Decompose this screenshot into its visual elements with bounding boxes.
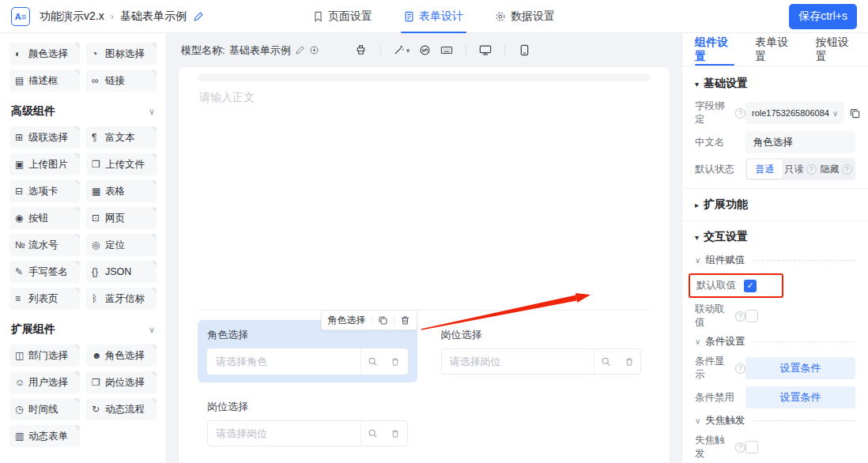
state-option-hidden[interactable]: 隐藏? — [818, 160, 854, 179]
linkage-value-checkbox[interactable] — [745, 310, 758, 322]
component-item-upload-image[interactable]: ▣上传图片 — [9, 153, 80, 175]
app-logo-icon[interactable]: A≡ — [11, 7, 30, 26]
group-header-extension[interactable]: 扩展组件 ∨ — [11, 322, 155, 337]
set-condition-disable-button[interactable]: 设置条件 — [745, 386, 855, 408]
component-item-dynamic-flow[interactable]: ↻动态流程 — [86, 398, 157, 420]
clear-value-icon[interactable] — [384, 349, 407, 374]
bookmark-icon — [313, 11, 323, 22]
search-icon[interactable] — [361, 421, 384, 446]
keyboard-icon[interactable] — [436, 40, 457, 61]
component-item-table[interactable]: ▦表格 — [86, 180, 157, 202]
model-name-row: 模型名称: 基础表单示例 — [181, 43, 319, 58]
tab-label: 表单设计 — [419, 9, 463, 24]
data-settings-icon — [495, 11, 506, 22]
drag-corner — [74, 234, 80, 239]
set-condition-show-button[interactable]: 设置条件 — [745, 357, 855, 379]
component-item-description[interactable]: ▤描述框 — [9, 70, 80, 92]
state-option-normal[interactable]: 普通 — [747, 160, 783, 179]
component-item-user[interactable]: ☺用户选择 — [9, 371, 80, 393]
mobile-preview-icon[interactable] — [514, 40, 534, 61]
subsection-blur-trigger[interactable]: ∨ 失焦触发 — [695, 413, 855, 427]
component-item-link[interactable]: ∞链接 — [86, 70, 157, 92]
tab-data-settings[interactable]: 数据设置 — [495, 0, 555, 33]
component-item-serial[interactable]: №流水号 — [9, 234, 80, 256]
help-icon[interactable]: ? — [806, 164, 817, 175]
component-item-upload-file[interactable]: ❐上传文件 — [86, 153, 157, 175]
copy-icon[interactable] — [378, 315, 388, 326]
subsection-condition[interactable]: ∨ 条件设置 — [695, 334, 855, 348]
component-label: 角色选择 — [105, 349, 145, 363]
position-select-input[interactable]: 请选择岗位 — [207, 420, 408, 446]
edit-title-icon[interactable] — [193, 11, 204, 22]
component-item-webpage[interactable]: ⊡网页 — [86, 207, 157, 229]
drag-corner — [151, 180, 157, 186]
save-button[interactable]: 保存ctrl+s — [789, 4, 857, 29]
component-item-icon-select[interactable]: ◔图标选择 — [86, 43, 157, 65]
component-item-tab-card[interactable]: ⊟选项卡 — [9, 180, 80, 202]
field-role-select[interactable]: 角色选择 角色选择 请选择角色 — [198, 320, 417, 382]
component-item-cascade[interactable]: ⊞级联选择 — [9, 126, 80, 149]
wand-icon[interactable]: ▾ — [390, 40, 413, 61]
tab-form-settings[interactable]: 表单设置 — [755, 33, 794, 66]
component-item-color-select[interactable]: ◐颜色选择 — [9, 43, 80, 65]
search-icon[interactable] — [361, 349, 384, 374]
model-settings-icon[interactable] — [309, 45, 319, 55]
component-item-list-page[interactable]: ≡列表页 — [9, 288, 80, 310]
component-item-role[interactable]: ☻角色选择 — [86, 344, 157, 367]
clear-value-icon[interactable] — [617, 349, 640, 374]
role-select-input[interactable]: 请选择角色 — [207, 348, 408, 375]
help-icon[interactable]: ? — [842, 164, 852, 175]
component-label: 动态表单 — [28, 430, 68, 443]
edit-model-name-icon[interactable] — [295, 45, 305, 55]
component-label: 图标选择 — [105, 47, 145, 61]
help-icon[interactable]: ? — [735, 108, 745, 119]
tab-form-design[interactable]: 表单设计 — [404, 0, 463, 33]
component-item-location[interactable]: ◎定位 — [86, 234, 157, 256]
field-position-select-2[interactable]: 岗位选择 请选择岗位 — [198, 392, 417, 454]
group-header-advanced[interactable]: 高级组件 ∨ — [11, 104, 155, 119]
desktop-preview-icon[interactable] — [475, 40, 496, 61]
drag-corner — [151, 261, 157, 266]
default-value-checkbox[interactable]: ✓ — [744, 280, 757, 292]
toolbar-divider — [380, 44, 381, 57]
help-icon[interactable]: ? — [735, 363, 745, 374]
blur-trigger-checkbox[interactable] — [745, 441, 758, 454]
breadcrumb-app-name[interactable]: 功能演示v2.x — [40, 9, 104, 24]
field-position-select[interactable]: 岗位选择 请选择岗位 — [432, 320, 651, 382]
trash-icon[interactable] — [400, 315, 410, 326]
tab-button-settings[interactable]: 按钮设置 — [816, 33, 855, 66]
clear-icon[interactable] — [351, 40, 372, 61]
copy-binding-icon[interactable] — [849, 104, 861, 122]
rich-text-editor[interactable]: 请输入正文 — [198, 73, 651, 311]
subsection-component-assign[interactable]: ∨ 组件赋值 — [695, 253, 855, 267]
component-item-button[interactable]: ◉按钮 — [9, 207, 80, 229]
chain-icon[interactable] — [414, 40, 435, 61]
editor-placeholder: 请输入正文 — [198, 91, 651, 105]
help-icon[interactable]: ? — [735, 311, 745, 322]
component-item-json[interactable]: {}JSON — [86, 261, 157, 283]
clear-value-icon[interactable] — [384, 421, 407, 446]
serial-number-icon: № — [15, 239, 28, 250]
group-title: 高级组件 — [11, 104, 55, 119]
component-item-position[interactable]: ❒岗位选择 — [86, 371, 157, 393]
help-icon[interactable]: ? — [735, 442, 745, 453]
component-item-rich-text[interactable]: ¶富文本 — [86, 126, 157, 149]
search-icon[interactable] — [594, 349, 617, 374]
tab-component-settings[interactable]: 组件设置 — [695, 33, 734, 66]
cn-name-input[interactable]: 角色选择 — [745, 131, 855, 153]
drag-corner — [74, 43, 80, 48]
component-item-timeline[interactable]: ◷时间线 — [9, 398, 80, 420]
component-item-dynamic-form[interactable]: ▥动态表单 — [9, 425, 80, 447]
component-item-bluetooth[interactable]: ᛒ蓝牙信标 — [86, 288, 157, 310]
top-bar: A≡ 功能演示v2.x › 基础表单示例 页面设置 表单设计 — [0, 0, 868, 33]
section-basic-settings[interactable]: ▾ 基础设置 — [695, 76, 855, 92]
section-extension[interactable]: ▸ 扩展功能 — [695, 197, 855, 213]
position-select-input[interactable]: 请选择岗位 — [441, 348, 642, 375]
state-option-readonly[interactable]: 只读? — [783, 160, 818, 179]
default-state-segmented: 普通 只读? 隐藏? — [745, 158, 855, 180]
field-binding-select[interactable]: role1753265806084 ∨ — [745, 102, 844, 124]
section-interaction[interactable]: ▾ 交互设置 — [695, 229, 855, 245]
tab-page-settings[interactable]: 页面设置 — [313, 0, 372, 33]
component-item-department[interactable]: ◫部门选择 — [9, 344, 80, 367]
component-item-signature[interactable]: ✎手写签名 — [9, 261, 80, 283]
